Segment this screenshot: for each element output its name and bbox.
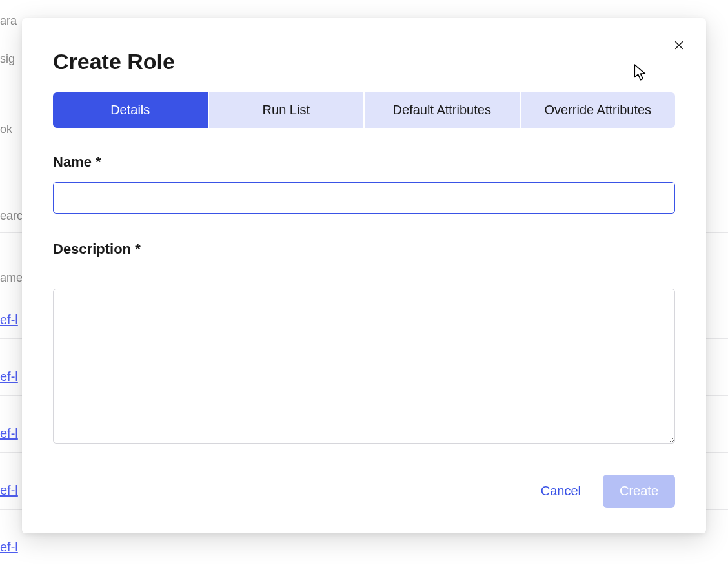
description-label: Description * — [53, 241, 675, 258]
close-icon — [673, 39, 685, 51]
name-input[interactable] — [53, 182, 675, 214]
name-label: Name * — [53, 154, 675, 170]
button-row: Cancel Create — [53, 475, 675, 508]
close-button[interactable] — [670, 36, 688, 54]
create-button[interactable]: Create — [603, 475, 675, 508]
tab-default-attributes[interactable]: Default Attributes — [365, 92, 520, 128]
create-role-modal: Create Role Details Run List Default Att… — [22, 18, 706, 533]
modal-overlay: Create Role Details Run List Default Att… — [0, 0, 728, 587]
tab-override-attributes[interactable]: Override Attributes — [521, 92, 676, 128]
cancel-button[interactable]: Cancel — [537, 477, 585, 505]
tab-run-list[interactable]: Run List — [209, 92, 364, 128]
description-textarea[interactable] — [53, 289, 675, 444]
tab-bar: Details Run List Default Attributes Over… — [53, 92, 675, 128]
modal-title: Create Role — [53, 49, 675, 74]
tab-details[interactable]: Details — [53, 92, 208, 128]
